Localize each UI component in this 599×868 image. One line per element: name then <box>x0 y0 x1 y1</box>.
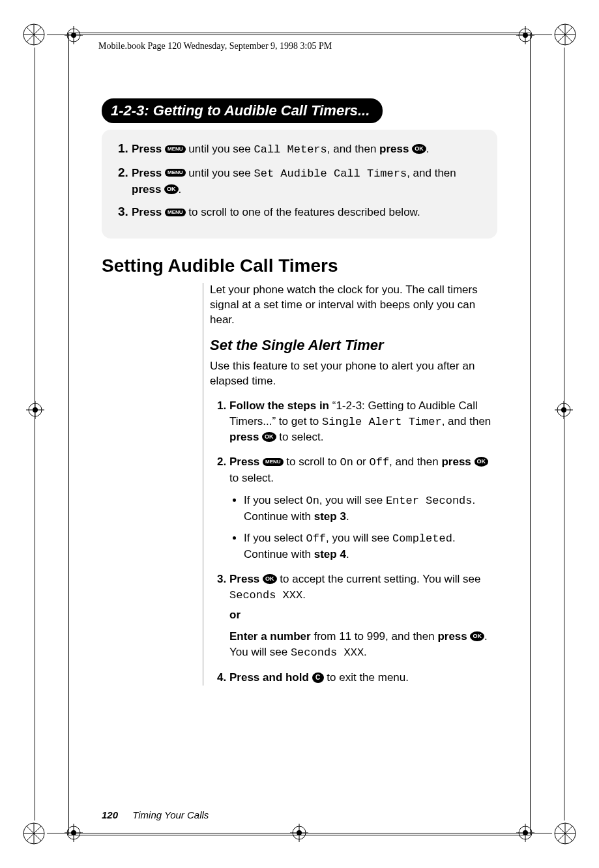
registration-mark-icon <box>21 820 47 846</box>
target-mark-icon <box>555 401 573 419</box>
step-4: Press and hold C to exit the menu. <box>229 670 497 686</box>
step-1: Follow the steps in “1-2-3: Getting to A… <box>229 398 497 445</box>
page-content: 1-2-3: Getting to Audible Call Timers...… <box>102 98 497 695</box>
procedure-title: Getting to Audible Call Timers... <box>149 102 370 119</box>
registration-mark-icon <box>21 22 47 48</box>
chapter-title: Timing Your Calls <box>132 809 209 820</box>
target-mark-icon <box>26 401 44 419</box>
bullet-on: If you select On, you will see Enter Sec… <box>244 493 497 525</box>
subsection-heading: Set the Single Alert Timer <box>210 337 497 354</box>
procedure-title-bar: 1-2-3: Getting to Audible Call Timers... <box>102 98 383 123</box>
steps-list: Follow the steps in “1-2-3: Getting to A… <box>210 398 497 686</box>
menu-button-icon: MENU <box>165 209 186 216</box>
crop-line-right <box>564 26 564 842</box>
procedure-box: Press MENU until you see Call Meters, an… <box>102 130 497 239</box>
page-frame: Mobile.book Page 120 Wednesday, Septembe… <box>68 33 531 835</box>
step-3: Press OK to accept the current setting. … <box>229 571 497 661</box>
proc-step-3: Press MENU to scroll to one of the featu… <box>132 203 488 220</box>
bullet-off: If you select Off, you will see Complete… <box>244 530 497 562</box>
sub-bullets: If you select On, you will see Enter Sec… <box>229 493 497 562</box>
ok-button-icon: OK <box>475 457 489 467</box>
proc-step-2: Press MENU until you see Set Audible Cal… <box>132 164 488 197</box>
ok-button-icon: OK <box>412 144 426 154</box>
section-heading: Setting Audible Call Timers <box>102 255 497 276</box>
or-label: or <box>229 607 497 623</box>
crop-line-left <box>35 26 35 842</box>
page-footer: 120 Timing Your Calls <box>102 809 209 820</box>
registration-mark-icon <box>552 22 578 48</box>
c-button-icon: C <box>312 673 324 683</box>
body-column: Let your phone watch the clock for you. … <box>203 283 497 686</box>
ok-button-icon: OK <box>263 574 277 584</box>
ok-button-icon: OK <box>470 631 484 641</box>
procedure-number: 1-2-3: <box>111 102 149 119</box>
registration-mark-icon <box>552 820 578 846</box>
page-number: 120 <box>102 809 118 820</box>
menu-button-icon: MENU <box>165 145 186 153</box>
proc-step-1: Press MENU until you see Call Meters, an… <box>132 140 488 158</box>
subsection-intro: Use this feature to set your phone to al… <box>210 359 497 389</box>
menu-button-icon: MENU <box>263 458 284 466</box>
ok-button-icon: OK <box>164 184 179 194</box>
ok-button-icon: OK <box>262 432 276 442</box>
menu-button-icon: MENU <box>165 169 186 177</box>
intro-paragraph: Let your phone watch the clock for you. … <box>210 283 497 328</box>
running-header: Mobile.book Page 120 Wednesday, Septembe… <box>98 41 332 51</box>
step-2: Press MENU to scroll to On or Off, and t… <box>229 454 497 562</box>
